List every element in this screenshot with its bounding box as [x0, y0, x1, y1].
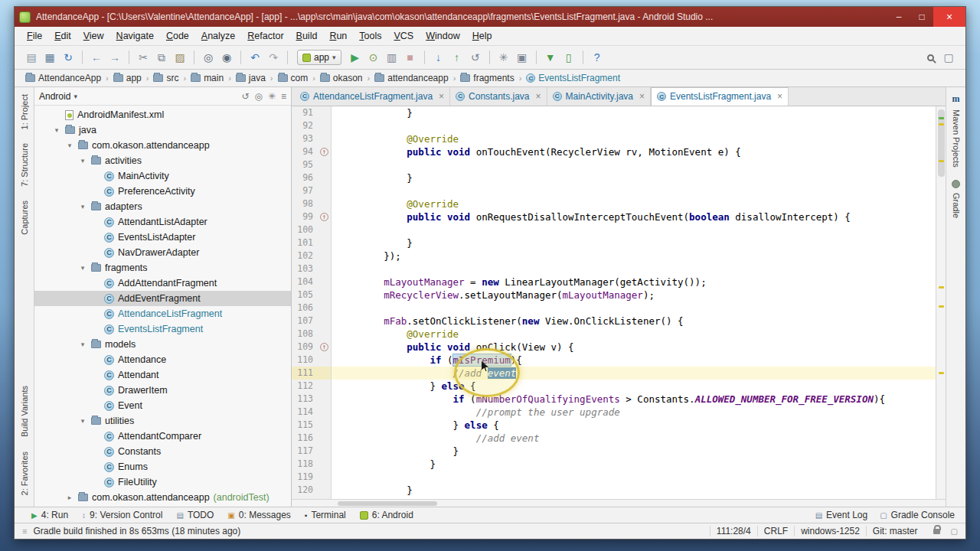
override-method-icon[interactable]: ↑	[320, 148, 328, 156]
vcs-history-icon[interactable]: ↺	[466, 49, 485, 66]
breadcrumb-item-main[interactable]: main	[189, 73, 225, 83]
menu-window[interactable]: Window	[420, 28, 466, 44]
close-tab-icon[interactable]: ×	[536, 91, 541, 102]
tool-button-event-log[interactable]: ▤Event Log	[815, 510, 868, 520]
copy-icon[interactable]: ⧉	[152, 49, 171, 66]
paste-icon[interactable]: ▨	[171, 49, 189, 66]
override-method-icon[interactable]: ↑	[320, 343, 328, 351]
settings-icon[interactable]: ✳	[268, 91, 276, 102]
tree-arrow[interactable]: ▾	[78, 157, 87, 165]
tree-item-preferenceactivity[interactable]: CPreferenceActivity	[34, 184, 291, 199]
back-icon[interactable]: ←	[87, 49, 106, 66]
tree-item-attendancelistfragment[interactable]: CAttendanceListFragment	[34, 306, 291, 321]
tool-button-gradle-console[interactable]: ▢Gradle Console	[880, 510, 955, 520]
sync-icon[interactable]: ↻	[59, 49, 77, 66]
menu-file[interactable]: File	[21, 28, 48, 44]
breadcrumb-item-app[interactable]: app	[112, 73, 143, 83]
panel-layout-icon[interactable]: ▢	[939, 49, 958, 66]
status-windows-1252[interactable]: windows-1252	[794, 526, 866, 536]
tree-item-attendant[interactable]: CAttendant	[34, 367, 291, 383]
tool-button-1-project[interactable]: 1: Project	[18, 87, 31, 136]
tree-item-attendantcomparer[interactable]: CAttendantComparer	[34, 429, 291, 444]
tree-item-navdraweradapter[interactable]: CNavDrawerAdapter	[34, 245, 291, 260]
breadcrumb-item-src[interactable]: src	[152, 73, 180, 83]
menu-run[interactable]: Run	[323, 28, 353, 44]
notification-icon[interactable]: ▢	[951, 527, 958, 536]
close-tab-icon[interactable]: ×	[639, 91, 645, 102]
breadcrumb-item-attendanceapp[interactable]: AttendanceApp	[24, 73, 103, 83]
tool-button-captures[interactable]: Captures	[18, 194, 31, 242]
breadcrumb-item-attendanceapp[interactable]: attendanceapp	[373, 73, 449, 83]
avd-manager-icon[interactable]: ▯	[560, 49, 578, 66]
status-111-28-4[interactable]: 111:28/4	[710, 526, 757, 536]
tool-button-2-favorites[interactable]: 2: Favorites	[18, 445, 31, 502]
tool-button-gradle[interactable]: Gradle	[950, 188, 962, 223]
editor-vertical-scrollbar[interactable]	[936, 106, 946, 499]
cut-icon[interactable]: ✂	[134, 49, 152, 66]
sync-icon[interactable]: ↺	[241, 91, 249, 102]
forward-icon[interactable]: →	[106, 49, 124, 66]
find-icon[interactable]: ◎	[199, 49, 217, 66]
code-editor[interactable]: 91 }9293 @Override94↑ public void onTouc…	[292, 106, 936, 499]
search-everywhere-icon[interactable]	[921, 49, 939, 66]
sdk-manager-icon[interactable]: ▼	[541, 49, 560, 66]
coverage-icon[interactable]: ▥	[383, 49, 401, 66]
close-tab-icon[interactable]: ×	[777, 91, 782, 102]
lock-icon[interactable]	[933, 529, 940, 534]
tree-item-java[interactable]: ▾java	[34, 122, 291, 138]
locate-icon[interactable]: ◎	[254, 91, 262, 102]
tool-button-4-run[interactable]: ▶4: Run	[31, 510, 68, 520]
tool-button-todo[interactable]: ▤TODO	[176, 510, 214, 520]
redo-icon[interactable]: ↷	[264, 49, 283, 66]
breadcrumb-item-fragments[interactable]: fragments	[459, 73, 515, 83]
save-all-icon[interactable]: ▦	[41, 49, 59, 66]
tree-arrow[interactable]: ▾	[65, 142, 74, 149]
tree-item-utilities[interactable]: ▾utilities	[34, 413, 291, 429]
editor-tab-constants-java[interactable]: CConstants.java×	[450, 87, 547, 106]
editor-tab-eventslistfragment-java[interactable]: CEventsListFragment.java×	[651, 87, 789, 106]
tree-item-adapters[interactable]: ▾adapters	[34, 199, 291, 214]
tree-item-fileutility[interactable]: CFileUtility	[34, 474, 291, 490]
scrollbar-thumb[interactable]	[338, 501, 437, 506]
tree-arrow[interactable]: ▾	[78, 264, 87, 272]
menu-navigate[interactable]: Navigate	[110, 28, 160, 44]
collapse-all-icon[interactable]: ≡	[281, 91, 286, 102]
tree-arrow[interactable]: ▾	[78, 203, 87, 210]
tree-item-enums[interactable]: CEnums	[34, 459, 291, 474]
settings-icon[interactable]: ✳	[495, 49, 513, 66]
editor-tab-attendancelistfragment-java[interactable]: CAttendanceListFragment.java×	[295, 87, 450, 106]
tree-item-addeventfragment[interactable]: CAddEventFragment	[34, 291, 291, 306]
breadcrumb-item-java[interactable]: java	[234, 73, 267, 83]
project-structure-icon[interactable]: ▣	[513, 49, 531, 66]
override-method-icon[interactable]: ↑	[320, 213, 328, 221]
breadcrumb-item-eventslistfragment[interactable]: CEventsListFragment	[524, 73, 622, 83]
tree-arrow[interactable]: ▾	[78, 417, 87, 425]
vcs-commit-icon[interactable]: ↑	[448, 49, 466, 66]
tree-item-activities[interactable]: ▾activities	[34, 153, 291, 168]
menu-tools[interactable]: Tools	[353, 28, 387, 44]
vcs-update-icon[interactable]: ↓	[430, 49, 448, 66]
menu-vcs[interactable]: VCS	[388, 28, 420, 44]
menu-analyze[interactable]: Analyze	[195, 28, 241, 44]
tree-item-event[interactable]: CEvent	[34, 398, 291, 413]
tree-item-constants[interactable]: CConstants	[34, 444, 291, 459]
tree-item-addattendantfragment[interactable]: CAddAttendantFragment	[34, 276, 291, 291]
close-tab-icon[interactable]: ×	[439, 91, 444, 102]
tool-button-build-variants[interactable]: Build Variants	[18, 379, 31, 444]
editor-horizontal-scrollbar[interactable]	[292, 499, 946, 507]
undo-icon[interactable]: ↶	[246, 49, 264, 66]
tree-item-mainactivity[interactable]: CMainActivity	[34, 168, 291, 184]
menu-code[interactable]: Code	[160, 28, 195, 44]
minimize-button[interactable]: –	[887, 7, 910, 27]
debug-icon[interactable]: ⊙	[364, 49, 383, 66]
tool-button-0-messages[interactable]: ▣0: Messages	[227, 510, 291, 520]
tool-button-maven-projects[interactable]: Maven Projects	[950, 105, 962, 172]
tree-item-androidmanifest-xml[interactable]: AndroidManifest.xml	[34, 107, 291, 122]
tool-button-7-structure[interactable]: 7: Structure	[18, 136, 31, 194]
tree-item-com-okason-attendanceapp[interactable]: ▾com.okason.attendanceapp	[34, 138, 291, 153]
tree-item-com-okason-attendanceapp-androidtest[interactable]: ▸com.okason.attendanceapp (androidTest)	[34, 490, 291, 505]
stop-icon[interactable]: ■	[401, 49, 420, 66]
run-config-select[interactable]: app▾	[297, 50, 341, 65]
project-view-selector[interactable]: Android	[39, 91, 70, 102]
tool-button-6-android[interactable]: 6: Android	[360, 510, 413, 520]
